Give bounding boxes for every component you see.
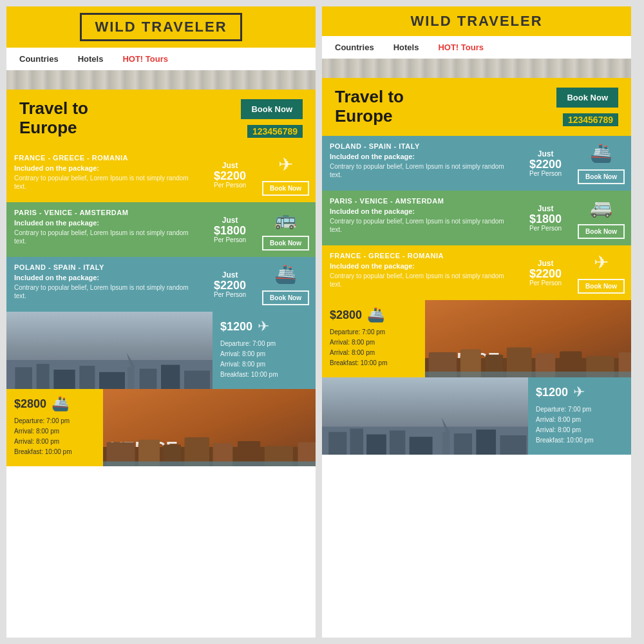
svg-rect-39	[454, 433, 472, 455]
header-1: WILD TRAVELER	[6, 6, 316, 48]
nav-tours-2[interactable]: HOT! Tours	[438, 43, 484, 52]
svg-rect-41	[500, 435, 526, 455]
svg-rect-5	[99, 372, 125, 389]
paris-image-2: PARIS	[322, 377, 528, 455]
package-just-p2-3: Just	[538, 259, 554, 268]
svg-rect-30	[425, 372, 631, 377]
svg-rect-3	[53, 370, 75, 389]
svg-rect-33	[350, 429, 363, 455]
package-center-p2-1: Just $2200 Per Person	[520, 136, 571, 191]
package-name-1: FRANCE - GREECE - ROMANIA	[14, 154, 196, 162]
package-row-poland-1: POLAND - SPAIN - ITALY Included on the p…	[6, 257, 316, 312]
hero-book-btn-2[interactable]: Book Now	[556, 88, 618, 108]
van-icon-p2-2: 🚐	[590, 197, 612, 218]
paris-image-1: PARIS	[6, 312, 213, 389]
venice-price-2: $2800	[330, 308, 362, 322]
paris-price-row-1: $1200 ✈	[220, 318, 308, 335]
hero-phone-1: 123456789	[247, 125, 303, 138]
package-book-btn-p2-2[interactable]: Book Now	[578, 224, 625, 239]
package-desc-p2-3: Contrary to popular belief, Lorem Ipsum …	[330, 272, 512, 289]
package-name-2: PARIS - VENICE - AMSTERDAM	[14, 209, 196, 216]
svg-rect-38	[442, 432, 450, 455]
venice-ship-icon-1: 🚢	[52, 395, 69, 412]
package-left-p2-2: PARIS - VENICE - AMSTERDAM Included on t…	[322, 191, 520, 245]
panel-2: WILD TRAVELER Countries Hotels HOT! Tour…	[322, 6, 631, 638]
site-title-2: WILD TRAVELER	[410, 13, 542, 29]
package-name-3: POLAND - SPAIN - ITALY	[14, 263, 196, 271]
nav-countries-1[interactable]: Countries	[19, 54, 59, 64]
package-desc-p2-2: Contrary to popular belief, Lorem Ipsum …	[330, 217, 512, 234]
package-book-btn-2[interactable]: Book Now	[262, 236, 309, 251]
hero-phone-2: 123456789	[563, 113, 618, 126]
bus-icon-1: 🚌	[274, 209, 297, 230]
package-center-1: Just $2200 Per Person	[204, 147, 256, 202]
hero-book-btn-1[interactable]: Book Now	[241, 99, 303, 119]
ship-icon-1: 🚢	[274, 263, 297, 285]
venice-price-1: $2800	[14, 397, 46, 411]
svg-rect-32	[328, 432, 346, 455]
package-book-btn-p2-1[interactable]: Book Now	[578, 169, 625, 184]
package-center-2: Just $1800 Per Person	[204, 202, 256, 257]
nav-2: Countries Hotels HOT! Tours	[322, 36, 631, 59]
svg-rect-9	[161, 365, 180, 390]
paris-price-2: $1200	[536, 386, 568, 399]
package-book-btn-1[interactable]: Book Now	[262, 181, 309, 196]
package-row-france-2: FRANCE - GREECE - ROMANIA Included on th…	[322, 245, 631, 300]
svg-rect-7	[128, 367, 135, 389]
wood-bar-1	[6, 70, 316, 90]
venice-city-row-2: $2800 🚢 Departure: 7:00 pmArrival: 8:00 …	[322, 300, 631, 377]
package-right-p2-1: 🚢 Book Now	[571, 136, 631, 191]
package-price-p2-3: $2200	[529, 268, 562, 279]
svg-rect-1	[15, 367, 32, 389]
paris-schedule-2: Departure: 7:00 pmArrival: 8:00 pmArriva…	[536, 404, 623, 446]
package-right-p2-3: ✈ Book Now	[571, 245, 631, 300]
header-title-box-1: WILD TRAVELER	[80, 13, 242, 41]
nav-1: Countries Hotels HOT! Tours	[6, 48, 316, 70]
nav-countries-2[interactable]: Countries	[335, 43, 374, 52]
package-row-france-1: FRANCE - GREECE - ROMANIA Included on th…	[6, 147, 316, 202]
package-price-1: $2200	[214, 170, 246, 182]
package-included-1: Included on the package:	[14, 164, 196, 172]
paris-city-row-1: PARIS $1200 ✈ De	[6, 312, 316, 389]
package-right-p2-2: 🚐 Book Now	[571, 191, 631, 245]
paris-info-1: $1200 ✈ Departure: 7:00 pmArrival: 8:00 …	[213, 312, 316, 389]
venice-price-row-1: $2800 🚢	[14, 395, 95, 412]
paris-price-1: $1200	[220, 320, 252, 334]
hero-1: Travel to Europe Book Now 123456789	[6, 90, 316, 147]
package-included-2: Included on the package:	[14, 219, 196, 227]
package-name-p2-2: PARIS - VENICE - AMSTERDAM	[330, 197, 512, 205]
package-book-btn-p2-3[interactable]: Book Now	[578, 279, 625, 294]
package-left-p2-1: POLAND - SPAIN - ITALY Included on the p…	[322, 136, 520, 191]
svg-rect-4	[79, 366, 95, 389]
package-name-p2-3: FRANCE - GREECE - ROMANIA	[330, 252, 512, 260]
nav-hotels-2[interactable]: Hotels	[393, 43, 419, 52]
svg-rect-10	[184, 371, 210, 390]
header-2: WILD TRAVELER	[322, 6, 631, 36]
venice-info-1: $2800 🚢 Departure: 7:00 pmArrival: 8:00 …	[6, 389, 103, 466]
nav-tours-1[interactable]: HOT! Tours	[122, 54, 168, 64]
package-right-1: ✈ Book Now	[256, 147, 316, 202]
venice-schedule-2: Departure: 7:00 pmArrival: 8:00 pmArriva…	[330, 327, 417, 368]
package-just-p2-2: Just	[538, 204, 554, 213]
package-just-1: Just	[222, 161, 238, 170]
paris-plane-icon-2: ✈	[573, 384, 585, 401]
package-row-poland-2: POLAND - SPAIN - ITALY Included on the p…	[322, 136, 631, 191]
paris-schedule-1: Departure: 7:00 pmArrival: 8:00 pmArriva…	[220, 339, 308, 380]
svg-rect-20	[103, 462, 316, 467]
package-desc-3: Contrary to popular belief, Lorem Ipsum …	[14, 283, 196, 300]
package-row-paris-1: PARIS - VENICE - AMSTERDAM Included on t…	[6, 202, 316, 257]
svg-rect-34	[366, 435, 386, 455]
nav-hotels-1[interactable]: Hotels	[78, 54, 104, 64]
svg-rect-35	[390, 431, 405, 455]
package-left-1: FRANCE - GREECE - ROMANIA Included on th…	[6, 147, 204, 202]
package-included-3: Included on the package:	[14, 274, 196, 281]
site-title-1: WILD TRAVELER	[95, 19, 227, 35]
package-book-btn-3[interactable]: Book Now	[262, 290, 309, 305]
package-desc-1: Contrary to popular belief, Lorem Ipsum …	[14, 174, 196, 191]
package-name-p2-1: POLAND - SPAIN - ITALY	[330, 142, 512, 150]
venice-price-row-2: $2800 🚢	[330, 307, 417, 323]
plane-icon-p2-3: ✈	[594, 252, 609, 273]
package-center-p2-3: Just $2200 Per Person	[520, 245, 571, 300]
venice-image-1: VENICE	[103, 389, 316, 466]
package-row-paris-2: PARIS - VENICE - AMSTERDAM Included on t…	[322, 191, 631, 245]
